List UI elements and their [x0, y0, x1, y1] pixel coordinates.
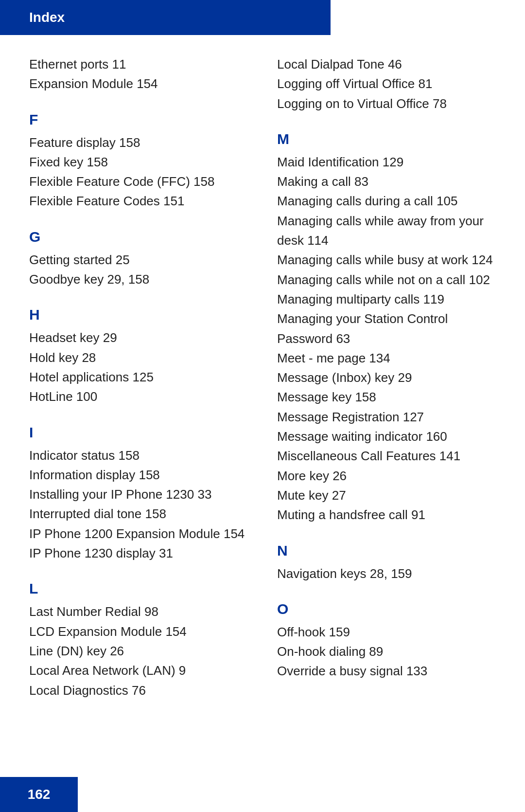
index-entry: Message Registration 127	[277, 407, 496, 427]
left-column: Ethernet ports 11Expansion Module 154FFe…	[29, 54, 248, 700]
index-entry: Headset key 29	[29, 328, 248, 347]
index-entry: Miscellaneous Call Features 141	[277, 446, 496, 466]
index-entry: Logging on to Virtual Office 78	[277, 94, 496, 113]
index-entry: LCD Expansion Module 154	[29, 622, 248, 641]
index-entry: Making a call 83	[277, 172, 496, 191]
index-entry: Hold key 28	[29, 348, 248, 367]
index-entry: Fixed key 158	[29, 152, 248, 172]
index-entry: Managing calls while not on a call 102	[277, 270, 496, 289]
page-number: 162	[28, 787, 51, 802]
index-entry: Managing your Station Control Password 6…	[277, 309, 496, 348]
index-entry: Message (Inbox) key 29	[277, 368, 496, 387]
index-entry: Flexible Feature Code (FFC) 158	[29, 172, 248, 191]
section-letter-g: G	[29, 229, 248, 245]
index-entry: Managing calls during a call 105	[277, 191, 496, 211]
index-entry: Expansion Module 154	[29, 74, 248, 93]
index-entry: HotLine 100	[29, 387, 248, 406]
index-entry: Meet - me page 134	[277, 348, 496, 368]
section-letter-i: I	[29, 424, 248, 441]
index-entry: Local Diagnostics 76	[29, 681, 248, 700]
index-entry: Flexible Feature Codes 151	[29, 191, 248, 211]
index-entry: Managing multiparty calls 119	[277, 289, 496, 309]
index-entry: Local Area Network (LAN) 9	[29, 661, 248, 680]
index-entry: IP Phone 1200 Expansion Module 154	[29, 524, 248, 543]
index-entry: IP Phone 1230 display 31	[29, 543, 248, 563]
index-entry: Muting a handsfree call 91	[277, 505, 496, 524]
index-entry: More key 26	[277, 466, 496, 486]
index-entry: Maid Identification 129	[277, 152, 496, 172]
index-entry: Getting started 25	[29, 250, 248, 270]
index-entry: Navigation keys 28, 159	[277, 564, 496, 583]
index-entry: Message key 158	[277, 387, 496, 407]
index-entry: Information display 158	[29, 465, 248, 485]
index-entry: Indicator status 158	[29, 446, 248, 465]
index-entry: Off-hook 159	[277, 622, 496, 642]
index-entry: Local Dialpad Tone 46	[277, 54, 496, 74]
content-area: Ethernet ports 11Expansion Module 154FFe…	[0, 54, 525, 700]
index-entry: Message waiting indicator 160	[277, 427, 496, 446]
footer-bar: 162	[0, 777, 78, 812]
section-letter-m: M	[277, 131, 496, 147]
index-entry: Feature display 158	[29, 133, 248, 152]
index-entry: Installing your IP Phone 1230 33	[29, 485, 248, 504]
section-letter-n: N	[277, 542, 496, 559]
right-column: Local Dialpad Tone 46Logging off Virtual…	[277, 54, 496, 700]
header-bar: Index	[0, 0, 331, 35]
index-entry: Mute key 27	[277, 486, 496, 505]
index-entry: Logging off Virtual Office 81	[277, 74, 496, 93]
section-letter-o: O	[277, 601, 496, 617]
section-letter-h: H	[29, 307, 248, 323]
index-entry: Ethernet ports 11	[29, 54, 248, 74]
index-entry: Interrupted dial tone 158	[29, 504, 248, 523]
index-entry: Last Number Redial 98	[29, 602, 248, 621]
index-entry: Hotel applications 125	[29, 367, 248, 387]
index-entry: Override a busy signal 133	[277, 661, 496, 681]
index-entry: Managing calls while away from your desk…	[277, 211, 496, 251]
index-entry: On-hook dialing 89	[277, 642, 496, 661]
index-entry: Managing calls while busy at work 124	[277, 250, 496, 270]
section-letter-f: F	[29, 111, 248, 128]
header-title: Index	[29, 10, 65, 25]
index-entry: Goodbye key 29, 158	[29, 270, 248, 289]
index-entry: Line (DN) key 26	[29, 641, 248, 661]
section-letter-l: L	[29, 580, 248, 597]
